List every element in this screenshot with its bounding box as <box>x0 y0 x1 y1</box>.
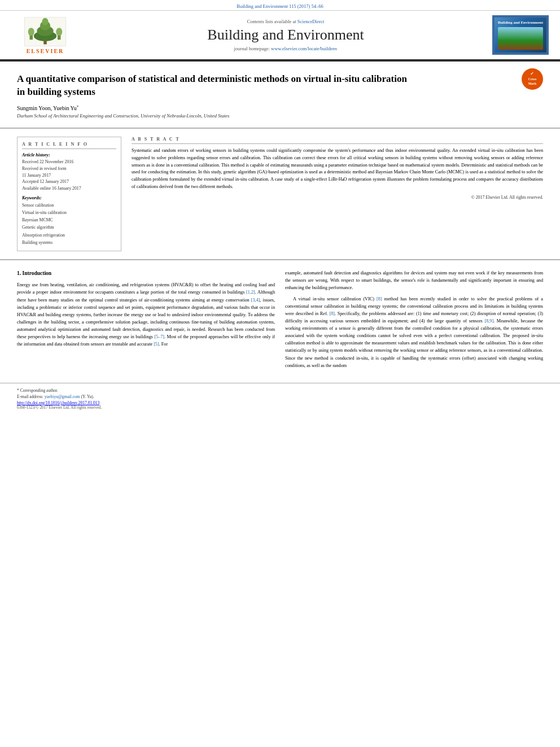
journal-volume-info: Building and Environment 115 (2017) 54–6… <box>0 0 560 11</box>
ref-8-9[interactable]: [8,9] <box>484 318 493 324</box>
body-left-col: 1. Introduction Energy use from heating,… <box>17 269 275 373</box>
authors: Sungmin Yoon, Yuebin Yu* <box>17 104 516 111</box>
homepage-link[interactable]: www.elsevier.com/locate/buildenv <box>271 46 337 51</box>
body-right-col: example, automated fault detection and d… <box>285 269 543 373</box>
homepage-line: journal homepage: www.elsevier.com/locat… <box>79 46 492 51</box>
journal-header: ELSEVIER Contents lists available at Sci… <box>0 11 560 60</box>
affiliation: Durham School of Architectural Engineeri… <box>17 113 516 119</box>
svg-rect-7 <box>30 35 33 39</box>
two-col-body: 1. Introduction Energy use from heating,… <box>17 269 543 373</box>
keyword-3: Bayesian MCMC <box>22 216 116 224</box>
article-title: A quantitative comparison of statistical… <box>17 73 412 99</box>
sciencedirect-link[interactable]: ScienceDirect <box>298 19 325 24</box>
article-info-col: A R T I C L E I N F O Article history: R… <box>17 137 121 251</box>
sciencedirect-line: Contents lists available at ScienceDirec… <box>79 19 492 24</box>
copyright-line: © 2017 Elsevier Ltd. All rights reserved… <box>132 195 543 200</box>
elsevier-wordmark: ELSEVIER <box>27 48 64 54</box>
info-abstract-row: A R T I C L E I N F O Article history: R… <box>0 129 560 260</box>
revised-date: 11 January 2017 <box>22 172 116 179</box>
article-title-section: A quantitative comparison of statistical… <box>0 62 560 128</box>
keyword-5: Absorption refrigeration <box>22 231 116 239</box>
abstract-text: Systematic and random errors of working … <box>132 147 543 190</box>
article-info-title: A R T I C L E I N F O <box>22 142 116 149</box>
keyword-4: Genetic algorithm <box>22 224 116 231</box>
accepted-date: Accepted 12 January 2017 <box>22 178 116 185</box>
svg-point-5 <box>42 18 49 25</box>
email-line: E-mail address: yuebiyu@gmail.com (Y. Yu… <box>17 394 543 399</box>
svg-rect-9 <box>58 35 61 39</box>
ref-5-7[interactable]: [5–7] <box>154 334 164 339</box>
received-date: Received 22 November 2016 <box>22 159 116 165</box>
journal-title: Building and Environment <box>79 27 492 43</box>
journal-cover-image: Building and Environment <box>492 15 549 55</box>
section1-heading: 1. Introduction <box>17 269 275 278</box>
ref-8[interactable]: [8] <box>377 296 382 302</box>
body-left-p1: Energy use from heating, ventilation, ai… <box>17 281 275 348</box>
keyword-1: Sensor calibration <box>22 202 116 209</box>
body-right-p2: A virtual in-situ sensor calibration (VI… <box>285 295 543 369</box>
keyword-2: Virtual in-situ calibration <box>22 209 116 216</box>
email-link[interactable]: yuebiyu@gmail.com <box>45 394 80 399</box>
keywords-list: Sensor calibration Virtual in-situ calib… <box>22 202 116 247</box>
svg-point-8 <box>56 28 62 36</box>
issn-line: 0360-1323/© 2017 Elsevier Ltd. All right… <box>17 405 543 410</box>
crossmark-circle: ✓CrossMark <box>522 68 543 90</box>
article-footer: * Corresponding author. E-mail address: … <box>0 383 560 412</box>
revised-label: Received in revised form <box>22 165 116 172</box>
elsevier-logo: ELSEVIER <box>11 16 79 54</box>
abstract-col: A B S T R A C T Systematic and random er… <box>132 137 543 251</box>
keywords-title: Keywords: <box>22 195 116 200</box>
ref-1-2[interactable]: [1,2] <box>246 290 255 295</box>
svg-point-6 <box>28 28 34 36</box>
main-body: 1. Introduction Energy use from heating,… <box>0 260 560 378</box>
doi-line: http://dx.doi.org/10.1016/j.buildenv.201… <box>17 400 543 405</box>
ref-5[interactable]: [5] <box>154 342 159 347</box>
abstract-title: A B S T R A C T <box>132 137 543 144</box>
keyword-6: Building systems <box>22 239 116 246</box>
doi-link[interactable]: http://dx.doi.org/10.1016/j.buildenv.201… <box>17 400 99 405</box>
corresponding-author-note: * Corresponding author. <box>17 388 543 393</box>
journal-center: Contents lists available at ScienceDirec… <box>79 19 492 51</box>
body-right-p1: example, automated fault detection and d… <box>285 269 543 291</box>
crossmark-badge: ✓CrossMark <box>522 68 543 90</box>
ref-8b[interactable]: [8] <box>329 311 335 316</box>
journal-cover-text: Building and Environment <box>498 20 543 25</box>
ref-3-4[interactable]: [3,4] <box>251 298 260 303</box>
article-history-title: Article history: <box>22 152 116 158</box>
available-date: Available online 16 January 2017 <box>22 185 116 192</box>
